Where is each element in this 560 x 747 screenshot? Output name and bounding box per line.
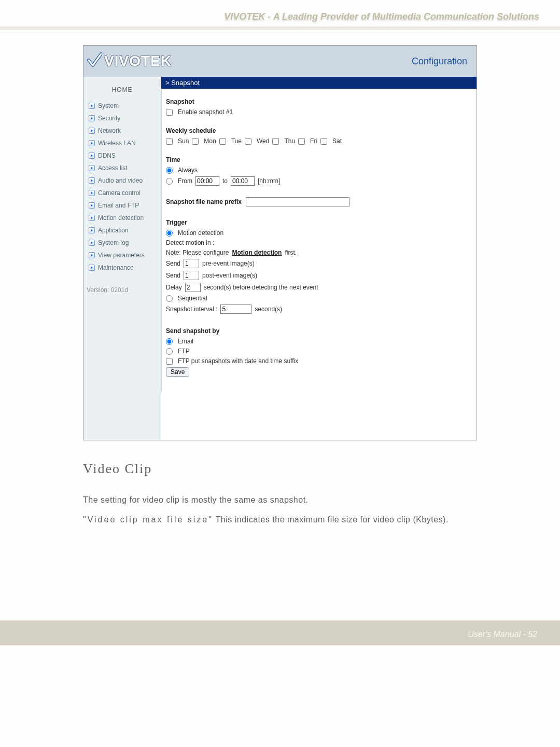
pre-event-input[interactable] — [184, 259, 199, 268]
time-always-radio[interactable] — [166, 167, 173, 174]
day-sun-checkbox[interactable] — [166, 138, 173, 145]
sidebar-item-motion-detection[interactable]: Motion detection — [86, 212, 159, 224]
detect-in-label: Detect motion in : — [166, 239, 214, 246]
sidebar-item-security[interactable]: Security — [86, 112, 159, 125]
motion-detection-link[interactable]: Motion detection — [232, 249, 282, 256]
arrow-right-icon — [89, 103, 95, 109]
time-always-label: Always — [178, 167, 198, 174]
trigger-sequential-radio[interactable] — [166, 295, 173, 302]
save-button[interactable]: Save — [166, 367, 189, 377]
trigger-sequential-label: Sequential — [178, 295, 207, 302]
sidebar-item-label: Security — [98, 115, 120, 122]
time-from-label: From — [178, 177, 192, 185]
day-thu-checkbox[interactable] — [272, 138, 279, 145]
sidebar-item-application[interactable]: Application — [86, 224, 159, 237]
time-hint: [hh:mm] — [258, 177, 280, 185]
main-panel: > Snapshot Snapshot Enable snapshot #1 W… — [161, 77, 477, 440]
sidebar-item-system-log[interactable]: System log — [86, 237, 159, 249]
arrow-right-icon — [89, 165, 95, 171]
config-screenshot: VIVOTEK Configuration HOME System Securi… — [83, 45, 477, 440]
time-section-title: Time — [166, 156, 470, 163]
weekly-section-title: Weekly schedule — [166, 127, 470, 134]
doc-paragraph-2: "Video clip max file size" This indicate… — [83, 512, 477, 528]
day-fri-checkbox[interactable] — [298, 138, 305, 145]
ftp-suffix-label: FTP put snapshots with date and time suf… — [178, 357, 298, 365]
arrow-right-icon — [89, 177, 95, 184]
arrow-right-icon — [89, 190, 95, 196]
weekday-row: Sun Mon Tue Wed Thu Fri Sat — [166, 137, 470, 145]
version-label: Version: 0201d — [86, 286, 159, 294]
trigger-motion-radio[interactable] — [166, 230, 173, 237]
brand-name: VIVOTEK — [104, 53, 172, 70]
prefix-label: Snapshot file name prefix — [166, 198, 242, 205]
doc-p2-quoted: "Video clip max file size" — [83, 515, 213, 524]
day-mon-checkbox[interactable] — [192, 138, 199, 145]
note-post: first. — [285, 249, 297, 256]
arrow-right-icon — [89, 252, 95, 258]
day-sat-checkbox[interactable] — [320, 138, 327, 145]
send-email-radio[interactable] — [166, 338, 173, 345]
sidebar-item-label: Network — [98, 127, 121, 134]
note-pre: Note: Please configure — [166, 249, 229, 256]
sidebar-item-system[interactable]: System — [86, 100, 159, 112]
time-from-input[interactable] — [195, 176, 219, 186]
breadcrumb: > Snapshot — [161, 77, 477, 89]
interval-input[interactable] — [220, 305, 251, 314]
trigger-motion-label: Motion detection — [178, 229, 223, 237]
page-header-tagline: VIVOTEK - A Leading Provider of Multimed… — [0, 0, 560, 30]
sidebar-item-view-parameters[interactable]: View parameters — [86, 249, 159, 261]
ftp-suffix-checkbox[interactable] — [166, 358, 173, 365]
arrow-right-icon — [89, 265, 95, 271]
sidebar-item-label: Wireless LAN — [98, 140, 136, 147]
time-to-label: to — [222, 177, 228, 185]
sidebar-item-label: System log — [98, 239, 129, 246]
arrow-right-icon — [89, 202, 95, 209]
sidebar-item-label: View parameters — [98, 252, 145, 259]
page-footer: User's Manual - 52 — [0, 620, 560, 645]
sidebar-item-label: Access list — [98, 164, 128, 172]
brand-check-icon — [87, 52, 102, 71]
sidebar-item-maintenance[interactable]: Maintenance — [86, 261, 159, 274]
enable-snapshot-label: Enable snapshot #1 — [178, 108, 233, 116]
sidebar-item-email-ftp[interactable]: Email and FTP — [86, 199, 159, 212]
sidebar-item-label: Camera control — [98, 189, 141, 197]
sidebar-item-label: Motion detection — [98, 214, 144, 222]
sidebar-item-network[interactable]: Network — [86, 125, 159, 137]
send-ftp-label: FTP — [178, 348, 190, 355]
sidebar-item-label: DDNS — [98, 152, 116, 159]
sidebar-item-access-list[interactable]: Access list — [86, 162, 159, 174]
arrow-right-icon — [89, 115, 95, 121]
doc-heading-video-clip: Video Clip — [83, 461, 477, 477]
sidebar: HOME System Security Network Wireless LA… — [83, 77, 161, 440]
arrow-right-icon — [89, 153, 95, 159]
sidebar-home[interactable]: HOME — [86, 82, 159, 100]
arrow-right-icon — [89, 240, 95, 246]
day-wed-checkbox[interactable] — [245, 138, 251, 145]
send-email-label: Email — [178, 338, 193, 345]
arrow-right-icon — [89, 215, 95, 221]
sidebar-item-label: Application — [98, 227, 129, 234]
doc-paragraph-1: The setting for video clip is mostly the… — [83, 492, 477, 508]
sidebar-item-ddns[interactable]: DDNS — [86, 149, 159, 162]
prefix-input[interactable] — [246, 197, 349, 206]
enable-snapshot-checkbox[interactable] — [166, 109, 173, 116]
sidebar-item-label: Audio and video — [98, 177, 143, 184]
post-event-input[interactable] — [184, 271, 199, 280]
day-tue-checkbox[interactable] — [219, 138, 226, 145]
screenshot-top-bar: VIVOTEK Configuration — [83, 46, 477, 77]
sidebar-item-label: Maintenance — [98, 264, 134, 271]
trigger-section-title: Trigger — [166, 219, 470, 226]
send-ftp-radio[interactable] — [166, 348, 173, 355]
time-to-input[interactable] — [231, 176, 255, 186]
sidebar-item-wireless-lan[interactable]: Wireless LAN — [86, 137, 159, 149]
sidebar-item-label: System — [98, 102, 119, 109]
arrow-right-icon — [89, 227, 95, 233]
doc-p2-rest: This indicates the maximum file size for… — [213, 515, 449, 524]
arrow-right-icon — [89, 128, 95, 134]
sidebar-item-audio-video[interactable]: Audio and video — [86, 174, 159, 187]
time-from-radio[interactable] — [166, 178, 173, 185]
sidebar-item-camera-control[interactable]: Camera control — [86, 187, 159, 199]
arrow-right-icon — [89, 140, 95, 146]
sidebar-item-label: Email and FTP — [98, 202, 139, 209]
delay-input[interactable] — [185, 283, 201, 292]
